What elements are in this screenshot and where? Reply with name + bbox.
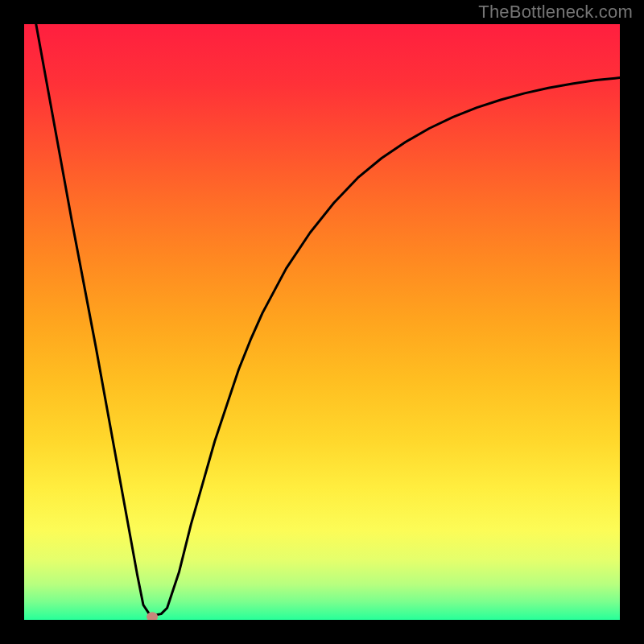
- chart-svg: [24, 24, 620, 620]
- gradient-background: [24, 24, 620, 620]
- watermark-text: TheBottleneck.com: [478, 2, 633, 23]
- plot-area: [24, 24, 620, 620]
- chart-container: TheBottleneck.com: [0, 0, 644, 644]
